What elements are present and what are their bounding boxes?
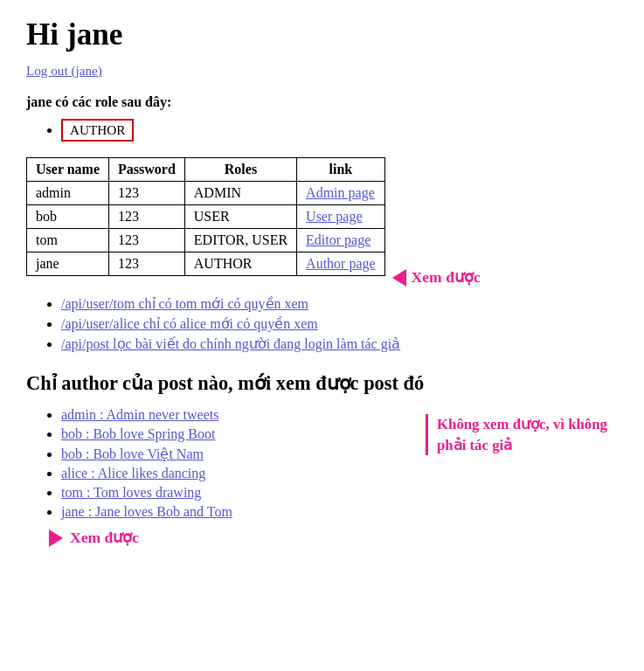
cell-username: bob [27, 205, 109, 229]
cell-roles: AUTHOR [184, 252, 296, 276]
no-access-annotation: Không xem được, vì không phải tác giả [426, 414, 609, 455]
cell-roles: EDITOR, USER [184, 229, 296, 252]
cell-link[interactable]: User page [297, 205, 385, 229]
list-item: /api/user/tom chỉ có tom mới có quyền xe… [61, 295, 618, 312]
cell-username: admin [27, 182, 109, 205]
cell-roles: USER [184, 205, 296, 229]
user-page-link[interactable]: User page [306, 209, 362, 224]
cell-password: 123 [109, 205, 185, 229]
col-username: User name [27, 158, 109, 182]
col-link: link [297, 158, 385, 182]
cell-roles: ADMIN [184, 182, 296, 205]
list-item: /api/post lọc bài viết do chính người đa… [61, 336, 618, 352]
table-annotation-text: Xem được [412, 268, 481, 287]
post-admin-link[interactable]: admin : Admin never tweets [61, 407, 218, 422]
author-page-link[interactable]: Author page [306, 256, 376, 271]
api-tom-link[interactable]: /api/user/tom chỉ có tom mới có quyền xe… [61, 296, 308, 311]
col-password: Password [109, 158, 185, 182]
list-item: tom : Tom loves drawing [61, 485, 618, 501]
col-roles: Roles [184, 158, 296, 182]
table-header-row: User name Password Roles link [27, 158, 385, 182]
admin-page-link[interactable]: Admin page [306, 185, 375, 200]
table-row-jane: jane 123 AUTHOR Author page [27, 252, 385, 276]
author-badge: AUTHOR [61, 119, 134, 142]
post-bob-vietnam-link[interactable]: bob : Bob love Việt Nam [61, 446, 204, 461]
roles-label: jane có các role sau đây: [26, 94, 618, 110]
list-item: alice : Alice likes dancing [61, 466, 618, 481]
arrow-left-icon [392, 269, 406, 287]
arrow-right-icon [49, 529, 63, 547]
post-jane-link[interactable]: jane : Jane loves Bob and Tom [61, 504, 232, 519]
cell-username: jane [27, 252, 109, 276]
list-item: /api/user/alice chỉ có alice mới có quyề… [61, 315, 618, 332]
api-post-link[interactable]: /api/post lọc bài viết do chính người đa… [61, 336, 400, 351]
cell-password: 123 [109, 182, 185, 205]
post-alice-link[interactable]: alice : Alice likes dancing [61, 466, 205, 481]
editor-page-link[interactable]: Editor page [306, 232, 370, 247]
post-bob-spring-link[interactable]: bob : Bob love Spring Boot [61, 426, 215, 441]
post-tom-link[interactable]: tom : Tom loves drawing [61, 485, 201, 500]
posts-section: admin : Admin never tweets bob : Bob lov… [26, 407, 618, 547]
cell-link[interactable]: Admin page [297, 182, 385, 205]
roles-list: AUTHOR [26, 119, 618, 142]
table-row: bob 123 USER User page [27, 205, 385, 229]
cell-password: 123 [109, 252, 185, 276]
api-links-list: /api/user/tom chỉ có tom mới có quyền xe… [26, 295, 618, 352]
cell-username: tom [27, 229, 109, 252]
no-access-text: Không xem được, vì không phải tác giả [437, 416, 607, 453]
posts-section-title: Chỉ author của post nào, mới xem được po… [26, 371, 618, 395]
user-table-wrapper: User name Password Roles link admin 123 … [26, 157, 385, 292]
table-annotation: Xem được [392, 268, 481, 287]
cell-link[interactable]: Author page [297, 252, 385, 276]
cell-link[interactable]: Editor page [297, 229, 385, 252]
list-item-jane: jane : Jane loves Bob and Tom [61, 504, 618, 520]
role-item-author: AUTHOR [61, 119, 618, 142]
table-row: tom 123 EDITOR, USER Editor page [27, 229, 385, 252]
api-alice-link[interactable]: /api/user/alice chỉ có alice mới có quyề… [61, 316, 318, 331]
user-table: User name Password Roles link admin 123 … [26, 157, 385, 276]
access-annotation: Xem được [26, 529, 618, 547]
page-title: Hi jane [26, 17, 618, 52]
cell-password: 123 [109, 229, 185, 252]
access-annotation-text: Xem được [70, 529, 139, 547]
table-row: admin 123 ADMIN Admin page [27, 182, 385, 205]
logout-link[interactable]: Log out (jane) [26, 63, 102, 79]
